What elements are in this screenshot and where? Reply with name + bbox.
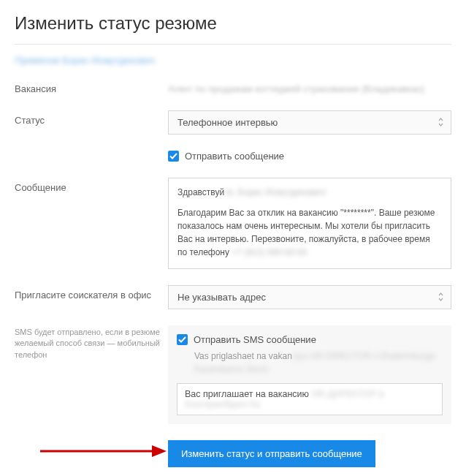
send-sms-checkbox-label: Отправить SMS сообщение: [194, 334, 316, 345]
message-textarea[interactable]: Здравствуйте, Борис Исмутдинович! Благод…: [168, 178, 451, 269]
checkbox-checked-icon: [177, 334, 188, 345]
message-body-blur: +7 (922) 000-00-00: [232, 247, 307, 257]
chevron-updown-icon: [438, 292, 443, 303]
status-selected-value: Телефонное интервью: [177, 117, 278, 128]
checkbox-checked-icon: [168, 151, 179, 162]
arrow-annotation-icon: [37, 440, 168, 462]
sms-hint: SMS будет отправлено, если в резюме жела…: [15, 325, 168, 360]
message-greeting-blur: те, Борис Исмутдинович!: [224, 187, 326, 197]
page-title: Изменить статус резюме: [15, 13, 451, 34]
status-row: Статус Телефонное интервью: [15, 110, 451, 135]
chevron-updown-icon: [438, 118, 443, 128]
send-message-checkbox-label: Отправить сообщение: [185, 151, 284, 162]
invite-selected-value: Не указывать адрес: [177, 292, 266, 303]
applicant-name[interactable]: Применов Борис Исмутдинович: [15, 55, 155, 66]
message-row: Сообщение Здравствуйте, Борис Исмутдинов…: [15, 178, 451, 269]
send-message-row: Отправить сообщение: [15, 151, 451, 162]
send-sms-checkbox[interactable]: Отправить SMS сообщение: [177, 334, 443, 345]
vacancy-value: Агент по продажам коттеджей страхования …: [168, 79, 451, 94]
invite-select[interactable]: Не указывать адрес: [168, 285, 451, 309]
message-greeting: Здравствуй: [177, 187, 224, 197]
status-select[interactable]: Телефонное интервью: [168, 110, 451, 135]
message-label: Сообщение: [15, 178, 168, 193]
vacancy-row: Вакансия Агент по продажам коттеджей стр…: [15, 79, 451, 94]
send-message-checkbox[interactable]: Отправить сообщение: [168, 151, 451, 162]
divider: [15, 44, 451, 45]
vacancy-label: Вакансия: [15, 79, 168, 94]
invite-row: Пригласите соискателя в офис Не указыват…: [15, 285, 451, 309]
status-label: Статус: [15, 110, 168, 126]
invite-label: Пригласите соискателя в офис: [15, 285, 168, 301]
sms-input[interactable]: Вас приглашает на вакансию HR-ДИРЕКТОР в…: [177, 383, 443, 415]
svg-marker-1: [152, 445, 167, 457]
sms-block: Отправить SMS сообщение Vas priglashaet …: [168, 325, 451, 424]
sms-row: SMS будет отправлено, если в резюме жела…: [15, 325, 451, 424]
sms-preview: Vas priglashaet na vakanziyu HR-DIRECTOR…: [194, 350, 443, 376]
message-sign: С уважением,: [177, 268, 234, 269]
submit-button[interactable]: Изменить статус и отправить сообщение: [168, 440, 375, 467]
